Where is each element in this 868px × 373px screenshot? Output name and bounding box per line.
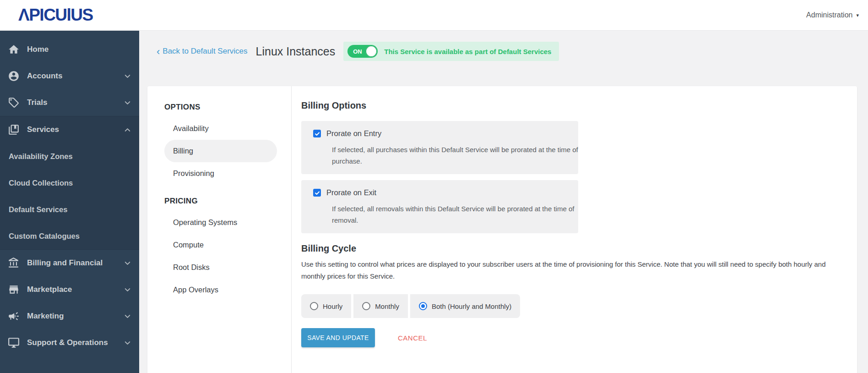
- prorate-on-exit-description: If selected, all removals within this De…: [332, 203, 581, 226]
- radio-label: Hourly: [323, 302, 342, 310]
- sidebar-group-services: Services Availability Zones Cloud Collec…: [0, 116, 139, 250]
- administration-menu-label: Administration: [806, 11, 852, 19]
- sidebar-item-label: Services: [27, 125, 59, 134]
- check-icon: [315, 190, 320, 196]
- chevron-down-icon: [123, 259, 132, 268]
- prorate-on-entry-description: If selected, all purchases within this D…: [332, 144, 581, 167]
- radio-icon: [362, 302, 370, 310]
- bank-icon: [8, 257, 20, 269]
- administration-menu[interactable]: Administration ▾: [806, 11, 859, 19]
- monitor-icon: [8, 337, 20, 349]
- home-icon: [8, 44, 20, 55]
- prorate-on-entry-option: Prorate on Entry If selected, all purcha…: [301, 121, 578, 174]
- sidebar-item-home[interactable]: Home: [0, 36, 139, 63]
- top-bar: ΛPICUlUS Administration ▾: [0, 0, 868, 31]
- sidebar-item-label: Accounts: [27, 71, 62, 81]
- chevron-up-icon: [123, 126, 132, 134]
- check-icon: [315, 131, 320, 137]
- sidebar-item-support-operations[interactable]: Support & Operations: [0, 329, 139, 356]
- cancel-button[interactable]: CANCEL: [398, 334, 427, 342]
- user-circle-icon: [8, 70, 20, 82]
- chevron-left-icon: ‹: [157, 48, 160, 55]
- toggle-knob: [366, 46, 377, 57]
- sidebar-subitem-label: Availability Zones: [9, 152, 73, 161]
- sidebar-item-availability-zones[interactable]: Availability Zones: [0, 143, 139, 170]
- page-title: Linux Instances: [256, 45, 336, 58]
- sidebar-item-label: Billing and Financial: [27, 258, 103, 268]
- chevron-down-icon: [123, 312, 132, 321]
- sidebar-item-default-services[interactable]: Default Services: [0, 196, 139, 223]
- sidebar-subitem-label: Default Services: [9, 205, 67, 214]
- sidebar-item-services[interactable]: Services: [0, 116, 139, 143]
- radio-selected-icon: [419, 302, 427, 310]
- collections-icon: [8, 124, 20, 136]
- subnav-item-compute[interactable]: Compute: [164, 234, 277, 256]
- sidebar-item-marketing[interactable]: Marketing: [0, 303, 139, 329]
- prorate-on-exit-checkbox[interactable]: [313, 189, 321, 197]
- sidebar: Home Accounts Trials Services Availabili…: [0, 31, 139, 373]
- sidebar-subitem-label: Custom Catalogues: [9, 232, 80, 241]
- subnav-item-app-overlays[interactable]: App Overlays: [164, 279, 277, 301]
- toggle-state-label: ON: [353, 48, 362, 55]
- chevron-down-icon: [123, 72, 132, 81]
- subnav-item-availability[interactable]: Availability: [164, 117, 277, 140]
- billing-cycle-radio-group: Hourly Monthly Both (Hourly and Monthly): [301, 294, 839, 318]
- apiculus-logo: ΛPICUlUS: [18, 5, 93, 25]
- sidebar-item-label: Marketplace: [27, 285, 72, 294]
- billing-cycle-description: Use this setting to control what prices …: [301, 258, 830, 282]
- main-content: ‹ Back to Default Services Linux Instanc…: [139, 31, 868, 373]
- chevron-down-icon: ▾: [856, 12, 859, 18]
- radio-label: Monthly: [375, 302, 399, 310]
- prorate-on-exit-label: Prorate on Exit: [326, 188, 376, 197]
- prorate-on-entry-checkbox[interactable]: [313, 130, 321, 137]
- service-availability-message: This Service is available as part of Def…: [384, 48, 551, 55]
- sidebar-item-label: Marketing: [27, 312, 64, 321]
- prorate-on-exit-option: Prorate on Exit If selected, all removal…: [301, 180, 578, 233]
- tag-icon: [8, 97, 20, 109]
- radio-icon: [310, 302, 318, 310]
- billing-cycle-option-monthly[interactable]: Monthly: [353, 294, 408, 318]
- save-and-update-button[interactable]: SAVE AND UPDATE: [301, 328, 375, 347]
- sidebar-item-billing-and-financial[interactable]: Billing and Financial: [0, 250, 139, 276]
- sidebar-item-cloud-collections[interactable]: Cloud Collections: [0, 170, 139, 196]
- breadcrumb: ‹ Back to Default Services Linux Instanc…: [157, 42, 868, 61]
- chevron-down-icon: [123, 285, 132, 294]
- sidebar-item-trials[interactable]: Trials: [0, 89, 139, 116]
- billing-cycle-option-hourly[interactable]: Hourly: [301, 294, 351, 318]
- subnav-item-provisioning[interactable]: Provisioning: [164, 162, 277, 185]
- settings-card: OPTIONS Availability Billing Provisionin…: [147, 86, 857, 373]
- chevron-down-icon: [123, 99, 132, 107]
- sidebar-item-marketplace[interactable]: Marketplace: [0, 276, 139, 303]
- service-on-toggle[interactable]: ON: [347, 45, 378, 58]
- billing-cycle-option-both[interactable]: Both (Hourly and Monthly): [410, 294, 520, 318]
- service-availability-badge: ON This Service is available as part of …: [343, 42, 559, 61]
- sidebar-item-label: Home: [27, 45, 49, 54]
- sidebar-item-accounts[interactable]: Accounts: [0, 63, 139, 89]
- subnav-item-billing[interactable]: Billing: [164, 140, 277, 162]
- form-actions: SAVE AND UPDATE CANCEL: [301, 328, 839, 347]
- sidebar-item-label: Trials: [27, 98, 47, 107]
- subnav-item-operating-systems[interactable]: Operating Systems: [164, 211, 277, 234]
- billing-options-heading: Billing Options: [301, 100, 839, 111]
- subnav-heading-options: OPTIONS: [164, 103, 291, 112]
- subnav-heading-pricing: PRICING: [164, 197, 291, 206]
- radio-label: Both (Hourly and Monthly): [432, 302, 511, 310]
- billing-cycle-heading: Billing Cycle: [301, 243, 839, 254]
- sidebar-subitem-label: Cloud Collections: [9, 179, 73, 187]
- storefront-icon: [8, 284, 20, 296]
- back-link-label: Back to Default Services: [163, 47, 247, 56]
- prorate-on-entry-label: Prorate on Entry: [326, 129, 381, 138]
- sidebar-item-custom-catalogues[interactable]: Custom Catalogues: [0, 223, 139, 249]
- sidebar-item-label: Support & Operations: [27, 338, 108, 347]
- billing-settings-pane: Billing Options Prorate on Entry If sele…: [292, 86, 857, 373]
- megaphone-icon: [8, 310, 20, 322]
- back-to-default-services-link[interactable]: ‹ Back to Default Services: [157, 47, 248, 56]
- subnav-item-root-disks[interactable]: Root Disks: [164, 256, 277, 279]
- chevron-down-icon: [123, 339, 132, 347]
- settings-subnav: OPTIONS Availability Billing Provisionin…: [147, 86, 292, 373]
